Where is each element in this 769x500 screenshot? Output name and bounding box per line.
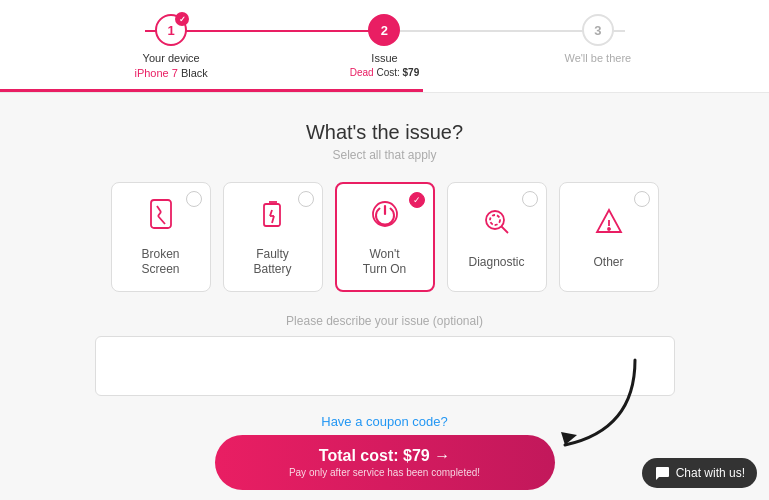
step-3-label: We'll be there [564,51,631,66]
coupon-link[interactable]: Have a coupon code? [321,414,447,429]
diagnostic-radio [522,191,538,207]
svg-marker-15 [561,432,577,445]
wont-turn-on-radio: ✓ [409,192,425,208]
step-1-label: Your device iPhone 7 Black [134,51,207,82]
step-3: 3 We'll be there [491,14,704,76]
issue-card-broken-screen[interactable]: BrokenScreen [111,182,211,292]
other-radio [634,191,650,207]
issue-card-faulty-battery[interactable]: FaultyBattery [223,182,323,292]
chat-label: Chat with us! [676,466,745,480]
diagnostic-icon [479,204,515,247]
faulty-battery-radio [298,191,314,207]
chat-widget[interactable]: Chat with us! [642,458,757,488]
other-icon [591,204,627,247]
svg-point-12 [490,215,500,225]
page-title: What's the issue? [306,121,463,144]
cta-button[interactable]: Total cost: $79 → Pay only after service… [215,435,555,490]
other-label: Other [593,255,623,271]
broken-screen-radio [186,191,202,207]
svg-line-11 [501,226,508,233]
cta-note-text: Pay only after service has been complete… [235,467,535,478]
step-3-circle: 3 [582,14,614,46]
faulty-battery-icon [255,196,291,239]
step-1-check: ✓ [175,12,189,26]
issue-card-wont-turn-on[interactable]: ✓ Won'tTurn On [335,182,435,292]
svg-line-3 [158,216,165,224]
svg-rect-0 [151,200,171,228]
step-1[interactable]: 1 ✓ Your device iPhone 7 Black [65,14,278,92]
cta-total-text: Total cost: $79 → [235,447,535,465]
step-1-circle: 1 ✓ [155,14,187,46]
svg-line-8 [272,216,274,223]
description-section: Please describe your issue (optional) [95,314,675,400]
faulty-battery-label: FaultyBattery [253,247,291,278]
diagnostic-label: Diagnostic [468,255,524,271]
svg-line-2 [158,212,161,216]
svg-line-1 [157,206,161,212]
step-2[interactable]: 2 Issue Dead Cost: $79 [278,14,491,90]
description-input[interactable] [95,336,675,396]
description-label: Please describe your issue (optional) [95,314,675,328]
broken-screen-label: BrokenScreen [141,247,179,278]
issue-card-diagnostic[interactable]: Diagnostic [447,182,547,292]
stepper-bar: 1 ✓ Your device iPhone 7 Black 2 Issue D… [0,0,769,93]
step-2-detail: Dead Cost: $79 [350,66,420,80]
wont-turn-on-label: Won'tTurn On [363,247,407,278]
step-1-device: iPhone 7 Black [134,66,207,81]
page-subtitle: Select all that apply [332,148,436,162]
svg-point-14 [608,228,610,230]
step-2-circle: 2 [368,14,400,46]
broken-screen-icon [143,196,179,239]
stepper-track: 1 ✓ Your device iPhone 7 Black 2 Issue D… [65,14,705,92]
step-2-label: Issue Dead Cost: $79 [350,51,420,80]
chat-icon [654,465,670,481]
bottom-area: Have a coupon code? Total cost: $79 → Pa… [215,414,555,490]
issue-cards-container: BrokenScreen FaultyBattery ✓ [111,182,659,292]
wont-turn-on-icon [367,196,403,239]
svg-point-10 [486,211,504,229]
issue-card-other[interactable]: Other [559,182,659,292]
main-content: What's the issue? Select all that apply … [0,93,769,500]
